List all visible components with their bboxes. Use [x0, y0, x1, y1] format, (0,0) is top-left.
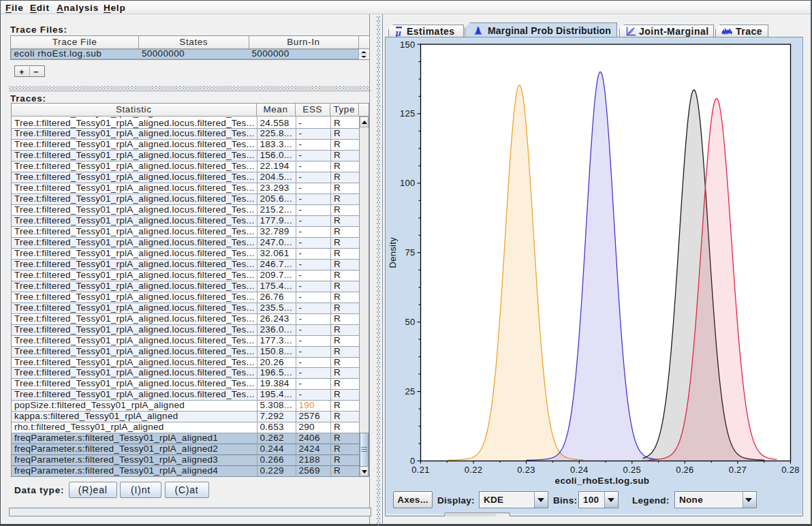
svg-text:μ: μ: [395, 27, 402, 37]
svg-text:ecoli_rhoEst.log.sub: ecoli_rhoEst.log.sub: [555, 476, 650, 486]
svg-text:Density: Density: [388, 237, 398, 268]
svg-text:0.28: 0.28: [781, 465, 800, 475]
svg-text:0.22: 0.22: [465, 465, 483, 475]
svg-text:150: 150: [400, 40, 416, 50]
svg-text:0.23: 0.23: [517, 465, 535, 475]
svg-text:0.27: 0.27: [729, 465, 747, 475]
svg-text:100: 100: [400, 178, 416, 188]
svg-text:0.26: 0.26: [676, 465, 694, 475]
svg-text:50: 50: [405, 317, 415, 327]
svg-text:125: 125: [400, 108, 416, 119]
svg-text:0.24: 0.24: [570, 465, 589, 475]
svg-text:75: 75: [405, 247, 415, 258]
svg-text:0.21: 0.21: [411, 465, 430, 475]
svg-text:25: 25: [405, 386, 415, 397]
svg-text:0.25: 0.25: [623, 465, 642, 475]
